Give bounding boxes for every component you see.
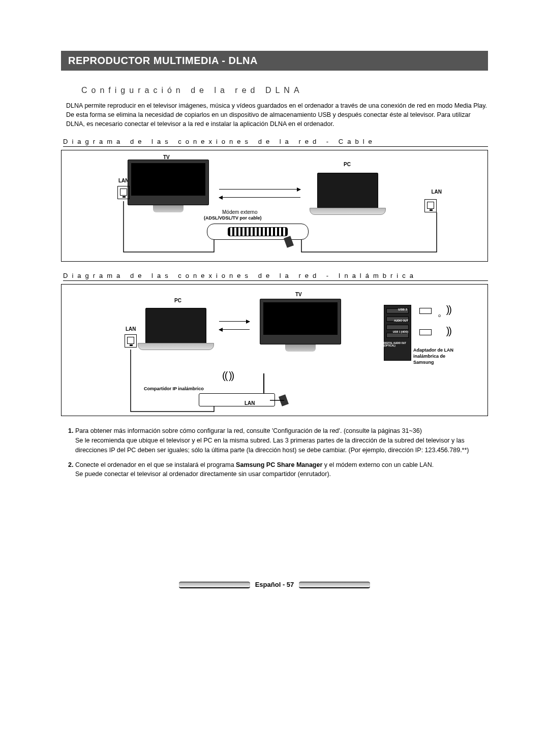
- lan-port-icon: [125, 334, 137, 348]
- lan-port-icon: [117, 186, 130, 199]
- diagram-wired: TV PC LAN LAN Módem externo (ADSL/VDSL/T…: [61, 150, 488, 262]
- diagram2-title: Diagrama de las conexiones de la red - I…: [63, 272, 488, 281]
- port-label-digital: DIGITAL AUDIO OUT (OPTICAL): [384, 342, 408, 348]
- svg-rect-1: [279, 395, 289, 407]
- intro-paragraph: DLNA permite reproducir en el televisor …: [66, 101, 488, 129]
- wifi-waves-icon: (( )): [222, 370, 233, 382]
- note-text-b: y el módem externo con un cable LAN.: [322, 461, 434, 468]
- label-pc: PC: [344, 162, 351, 167]
- section-title-bar: REPRODUCTOR MULTIMEDIA - DLNA: [61, 51, 488, 71]
- label-tv: TV: [295, 292, 302, 297]
- note-subtext: Se puede conectar el televisor al ordena…: [75, 469, 488, 479]
- modem-icon: [207, 224, 309, 240]
- label-modem-sub: (ADSL/VDSL/TV por cable): [204, 215, 262, 220]
- wifi-adapter-icon: [419, 308, 432, 314]
- diagram1-title: Diagrama de las conexiones de la red - C…: [63, 138, 488, 147]
- laptop-icon: [138, 308, 214, 350]
- or-label: o: [438, 313, 441, 318]
- label-ip-sharer: Compartidor IP inalámbrico: [144, 386, 204, 391]
- label-modem: Módem externo: [222, 209, 257, 215]
- wireless-router-icon: [199, 393, 275, 406]
- note-subtext: Se le recomienda que ubique el televisor…: [75, 436, 488, 455]
- port-label-usb1: USB 1 (HDD): [393, 330, 408, 333]
- arrow-line: [219, 197, 300, 198]
- cable-lines: [62, 150, 487, 261]
- tv-icon: [260, 299, 341, 355]
- page-footer: Español - 57: [61, 581, 488, 588]
- note-item-1: 1. Para obtener más información sobre có…: [68, 426, 488, 455]
- wifi-waves-icon: )): [446, 304, 451, 316]
- label-lan-pc: LAN: [431, 189, 442, 195]
- note-number: 2.: [68, 461, 73, 468]
- tv-icon: [128, 160, 209, 215]
- notes-list: 1. Para obtener más información sobre có…: [68, 426, 488, 479]
- label-adapter: Adaptador de LAN inalámbrica de Samsung: [413, 348, 459, 365]
- diagram-wireless: TV PC LAN Compartidor IP inalámbrico LAN…: [61, 284, 488, 416]
- arrow-line: [219, 329, 250, 330]
- arrow-line: [219, 189, 300, 190]
- port-label-usb2: USB 2: [398, 308, 407, 311]
- laptop-icon: [310, 173, 386, 215]
- note-item-2: 2. Conecte el ordenador en el que se ins…: [68, 460, 488, 480]
- port-label-audio: AUDIO OUT: [394, 319, 408, 322]
- wifi-waves-icon: )): [446, 325, 451, 337]
- arrow-line: [219, 321, 250, 322]
- note-bold: Samsung PC Share Manager: [236, 461, 322, 468]
- lan-port-icon: [424, 199, 437, 212]
- label-lan: LAN: [126, 326, 136, 332]
- note-text-a: Conecte el ordenador en el que se instal…: [75, 461, 236, 468]
- section-subtitle: Configuración de la red DLNA: [81, 86, 488, 95]
- label-pc: PC: [174, 298, 181, 303]
- note-number: 1.: [68, 427, 73, 434]
- note-text: Para obtener más información sobre cómo …: [75, 427, 422, 434]
- wifi-adapter-icon: [419, 329, 432, 335]
